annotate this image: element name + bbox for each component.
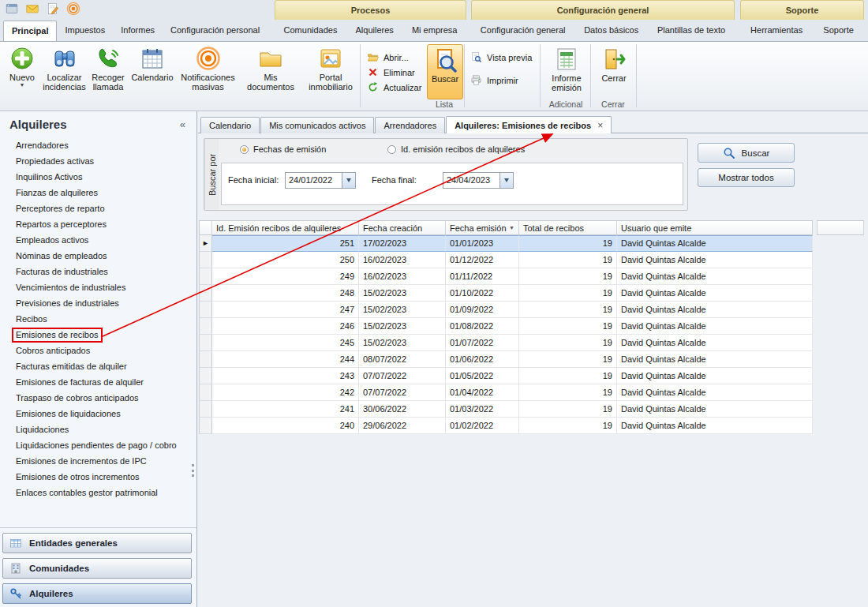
fecha-inicial-input[interactable]: 24/01/2022 (285, 172, 356, 189)
sidebar-item-emisiones-de-liquidaciones[interactable]: Emisiones de liquidaciones (0, 406, 196, 422)
ribbon-button-notificaciones-masivas[interactable]: Notificaciones masivas (177, 43, 239, 99)
sidebar-item-recibos[interactable]: Recibos (0, 311, 196, 327)
sidebar-item-propiedades-activas[interactable]: Propiedades activas (0, 153, 196, 169)
ribbon-tab-mi-empresa[interactable]: Mi empresa (408, 21, 461, 41)
table-row[interactable]: 25016/02/202301/12/202219David Quintas A… (199, 252, 868, 268)
grid-column-header-usuario-que-emite[interactable]: Usuario que emite (617, 220, 813, 235)
chevron-down-icon[interactable] (342, 173, 355, 188)
ribbon-button-label: Abrir... (383, 53, 409, 62)
ribbon-tab-soporte[interactable]: Soporte (819, 21, 858, 41)
cerrar-ribbon-button[interactable]: Cerrar (594, 44, 634, 99)
sidebar-item-vencimientos-de-industriales[interactable]: Vencimientos de industriales (0, 279, 196, 295)
sidebar-item-enlaces-contables-gestor-patrimonial[interactable]: Enlaces contables gestor patrimonial (0, 485, 196, 500)
buscar-button-label: Buscar (742, 148, 770, 158)
sidebar-item-perceptores-de-reparto[interactable]: Perceptores de reparto (0, 200, 196, 216)
ribbon-tab-plantillas-de-texto[interactable]: Plantillas de texto (653, 21, 729, 41)
chevron-down-icon[interactable] (499, 173, 513, 188)
table-row[interactable]: 24815/02/202301/10/202219David Quintas A… (199, 285, 868, 302)
printer-icon (470, 74, 482, 86)
sidebar-item-fianzas-de-alquileres[interactable]: Fianzas de alquileres (0, 185, 196, 200)
sidebar-item-arrendadores[interactable]: Arrendadores (0, 137, 196, 153)
sidebar-sections: Entidades generalesComunidadesAlquileres (2, 533, 192, 607)
ribbon-tab-impuestos[interactable]: Impuestos (57, 21, 113, 41)
grid-column-header-id-emision-recibos-de-alquileres[interactable]: Id. Emisión recibos de alquileres (212, 220, 359, 235)
table-row[interactable]: 24615/02/202301/08/202219David Quintas A… (199, 318, 868, 335)
table-row[interactable]: 24130/06/202201/03/202219David Quintas A… (199, 401, 868, 418)
sidebar-item-emisiones-de-otros-incrementos[interactable]: Emisiones de otros incrementos (0, 469, 196, 485)
ribbon-button-recoger-llamada[interactable]: Recoger llamada (88, 43, 128, 99)
sidebar-item-empleados-activos[interactable]: Empleados activos (0, 232, 196, 248)
ribbon-button-mis-documentos[interactable]: Mis documentos (241, 43, 301, 99)
cell-fecha-emision: 01/07/2022 (446, 335, 519, 351)
sidebar-section-label: Alquileres (29, 589, 73, 598)
table-row[interactable]: ►25117/02/202301/01/202319David Quintas … (199, 235, 868, 252)
splitter-handle[interactable] (192, 464, 194, 477)
collapse-sidebar-button[interactable]: « (175, 118, 190, 130)
table-row[interactable]: 24715/02/202301/09/202219David Quintas A… (199, 302, 868, 318)
sidebar-item-nominas-de-empleados[interactable]: Nóminas de empleados (0, 248, 196, 264)
close-tab-icon[interactable]: × (597, 118, 603, 133)
broadcast-icon[interactable] (66, 2, 80, 16)
grid-column-header-total-de-recibos[interactable]: Total de recibos (519, 220, 617, 235)
document-tab-calendario[interactable]: Calendario (200, 117, 260, 133)
document-tab-mis-comunicados-activos[interactable]: Mis comunicados activos (260, 117, 374, 133)
ribbon-tab-principal[interactable]: Principal (3, 21, 57, 41)
ribbon-button-actualizar[interactable]: Actualizar (364, 80, 425, 95)
ribbon-button-vista-previa[interactable]: Vista previa (467, 50, 535, 65)
cell-fecha-creacion: 30/06/2022 (359, 401, 446, 418)
informe-emision-button[interactable]: Informe emisión (544, 44, 589, 99)
sidebar-item-emisiones-de-recibos[interactable]: Emisiones de recibos (0, 327, 196, 343)
ribbon-tab-configuracion-general[interactable]: Configuración general (477, 21, 570, 41)
buscar-button[interactable]: Buscar (698, 143, 795, 163)
sidebar-section-comunidades[interactable]: Comunidades (2, 558, 192, 579)
edit-note-icon[interactable] (46, 2, 60, 16)
ribbon-tab-alquileres[interactable]: Alquileres (352, 21, 398, 41)
table-row[interactable]: 24207/07/202201/04/202219David Quintas A… (199, 384, 868, 401)
ribbon-button-abrir[interactable]: Abrir... (364, 50, 425, 65)
table-row[interactable]: 24515/02/202301/07/202219David Quintas A… (199, 335, 868, 351)
buscar-ribbon-button[interactable]: Buscar (427, 44, 463, 99)
sidebar-item-facturas-emitidas-de-alquiler[interactable]: Facturas emitidas de alquiler (0, 358, 196, 374)
ribbon-tab-informes[interactable]: Informes (113, 21, 163, 41)
cell-total-de-recibos: 19 (519, 252, 617, 268)
radio-id-emision-recibos[interactable]: Id. emisión recibos de alquileres (387, 144, 525, 154)
document-tab-arrendadores[interactable]: Arrendadores (375, 117, 445, 133)
sidebar-item-emisiones-de-incrementos-de-ipc[interactable]: Emisiones de incrementos de IPC (0, 453, 196, 469)
table-row[interactable]: 24408/07/202201/06/202219David Quintas A… (199, 351, 868, 368)
ribbon-button-imprimir[interactable]: Imprimir (467, 73, 535, 88)
ribbon-category-tabs: ComunidadesAlquileresMi empresa (275, 20, 466, 41)
ribbon-tab-datos-basicos[interactable]: Datos básicos (580, 21, 642, 41)
mostrar-todos-button[interactable]: Mostrar todos (698, 168, 795, 187)
ribbon-button-localizar-incidencias[interactable]: Localizar incidencias (42, 43, 87, 99)
ribbon-button-calendario[interactable]: Calendario (129, 43, 175, 99)
ribbon-tab-configuracion-personal[interactable]: Configuración personal (163, 21, 268, 41)
sidebar-item-traspaso-de-cobros-anticipados[interactable]: Traspaso de cobros anticipados (0, 390, 196, 406)
sidebar-item-inquilinos-activos[interactable]: Inquilinos Activos (0, 169, 196, 185)
mail-icon[interactable] (25, 2, 39, 16)
radio-fechas-de-emision[interactable]: Fechas de emisión (240, 144, 326, 154)
sidebar-section-alquileres[interactable]: Alquileres (2, 583, 192, 604)
grid-column-header-fecha-emision[interactable]: Fecha emisión▼ (446, 220, 519, 235)
grid-column-header-fecha-creacion[interactable]: Fecha creación (359, 220, 446, 235)
sidebar-item-cobros-anticipados[interactable]: Cobros anticipados (0, 343, 196, 358)
ribbon-button-eliminar[interactable]: Eliminar (364, 65, 425, 80)
table-row[interactable]: 24029/06/202201/02/202219David Quintas A… (199, 418, 868, 434)
sidebar-item-facturas-de-industriales[interactable]: Facturas de industriales (0, 264, 196, 279)
cell-fecha-creacion: 15/02/2023 (359, 302, 446, 318)
sidebar-item-previsiones-de-industriales[interactable]: Previsiones de industriales (0, 295, 196, 311)
table-row[interactable]: 24307/07/202201/05/202219David Quintas A… (199, 368, 868, 384)
row-indicator-cell (199, 285, 212, 302)
sidebar-item-liquidaciones-pendientes-de-pago-cobro[interactable]: Liquidaciones pendientes de pago / cobro (0, 437, 196, 453)
sidebar-item-liquidaciones[interactable]: Liquidaciones (0, 422, 196, 437)
table-row[interactable]: 24916/02/202301/11/202219David Quintas A… (199, 268, 868, 285)
sidebar-item-repartos-a-perceptores[interactable]: Repartos a perceptores (0, 216, 196, 232)
app-window-icon[interactable] (5, 2, 19, 16)
ribbon-tab-herramientas[interactable]: Herramientas (746, 21, 806, 41)
ribbon-button-portal-inmobiliario[interactable]: Portal inmobiliario (302, 43, 359, 99)
sidebar-item-emisiones-de-facturas-de-alquiler[interactable]: Emisiones de facturas de alquiler (0, 374, 196, 390)
ribbon-tab-comunidades[interactable]: Comunidades (280, 21, 342, 41)
fecha-final-input[interactable]: 24/04/2023 (443, 172, 514, 189)
document-tab-alquileres-emisiones-de-recibos[interactable]: Alquileres: Emisiones de recibos× (446, 116, 612, 133)
ribbon-button-nuevo[interactable]: Nuevo▼ (4, 43, 40, 99)
sidebar-section-entidades-generales[interactable]: Entidades generales (2, 533, 192, 553)
